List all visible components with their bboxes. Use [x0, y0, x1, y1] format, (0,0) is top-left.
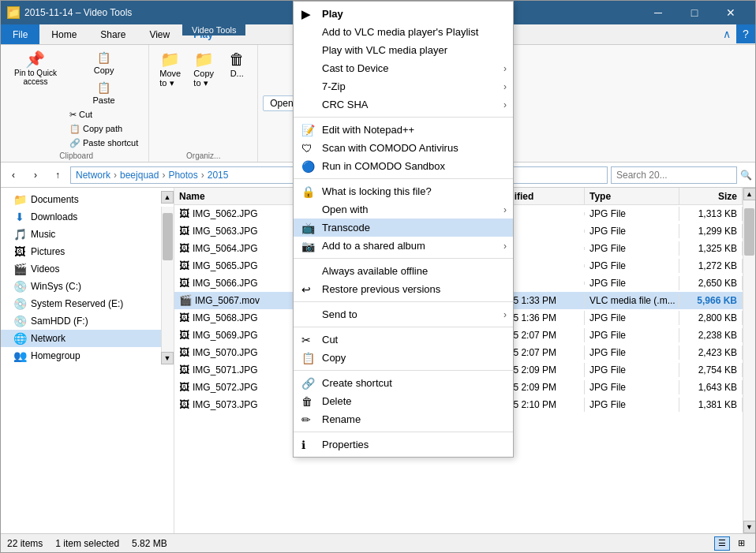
scroll-thumb[interactable] — [744, 208, 754, 256]
sidebar-scroll-up[interactable]: ▲ — [161, 191, 174, 204]
file-size: 2,754 KB — [679, 363, 743, 377]
ribbon-clipboard-group: 📌 Pin to Quickaccess 📋 Copy 📋 Paste ✂ Cu… — [4, 45, 149, 162]
sidebar-item-homegroup[interactable]: 👥 Homegroup — [1, 347, 174, 364]
path-part-beejquad[interactable]: beejquad — [120, 170, 159, 181]
ctx-send-to-arrow: › — [503, 309, 507, 320]
ctx-always-offline[interactable]: Always available offline — [294, 262, 513, 280]
move-to-button[interactable]: 📁 Moveto ▾ — [154, 48, 186, 92]
ctx-delete[interactable]: 🗑 Delete — [294, 392, 513, 410]
sidebar-item-pictures[interactable]: 🖼 Pictures — [1, 243, 174, 260]
maximize-button[interactable]: □ — [676, 1, 713, 24]
ctx-play-vlc[interactable]: Play with VLC media player — [294, 41, 513, 59]
organize-group-label: Organiz... — [186, 150, 220, 160]
ctx-properties[interactable]: ℹ Properties — [294, 435, 513, 454]
ctx-comodo-sandbox[interactable]: 🔵 Run in COMODO Sandbox — [294, 157, 513, 175]
ctx-shortcut-icon: 🔗 — [301, 377, 315, 390]
file-icon: 🖼 — [179, 225, 189, 237]
ctx-notepad[interactable]: 📝 Edit with Notepad++ — [294, 121, 513, 139]
delete-label: D... — [230, 69, 244, 78]
ctx-send-to[interactable]: Send to › — [294, 305, 513, 323]
pin-to-quick-access-button[interactable]: 📌 Pin to Quickaccess — [9, 48, 62, 89]
file-type: JPG File — [585, 398, 679, 412]
ctx-rename[interactable]: ✏ Rename — [294, 410, 513, 428]
video-tools-tab-label: Video Tools — [182, 24, 245, 35]
back-button[interactable]: ‹ — [4, 166, 23, 185]
cut-button[interactable]: ✂ Cut — [64, 108, 144, 121]
sidebar-scrollbar-thumb[interactable] — [163, 213, 173, 260]
ctx-shared-album[interactable]: 📷 Add to a shared album › — [294, 237, 513, 255]
ctx-copy-label: Copy — [322, 352, 497, 364]
ctx-restore-icon: ↩ — [301, 283, 311, 296]
downloads-icon: ⬇ — [13, 211, 26, 223]
ctx-separator-3 — [294, 258, 513, 259]
path-part-2015[interactable]: 2015 — [208, 170, 229, 181]
ribbon-collapse-button[interactable]: ∧ — [717, 24, 736, 43]
delete-button[interactable]: 🗑 D... — [221, 48, 253, 81]
search-input[interactable] — [611, 166, 737, 184]
ctx-play[interactable]: ▶ Play — [294, 5, 513, 23]
ctx-copy-icon: 📋 — [301, 352, 315, 364]
ctx-locking[interactable]: 🔒 What is locking this file? — [294, 182, 513, 200]
paste-button[interactable]: 📋 Paste — [64, 80, 144, 106]
sidebar-item-documents[interactable]: 📁 Documents — [1, 191, 174, 208]
col-header-size[interactable]: Size — [679, 188, 743, 204]
ctx-open-with[interactable]: Open with › — [294, 200, 513, 219]
minimize-button[interactable]: ─ — [640, 1, 676, 24]
sidebar-item-network[interactable]: 🌐 Network — [1, 330, 174, 347]
file-size: 1,381 KB — [679, 398, 743, 412]
paste-shortcut-button[interactable]: 🔗 Paste shortcut — [64, 136, 144, 150]
sidebar-scroll-down[interactable]: ▼ — [161, 352, 174, 364]
sidebar-label-network: Network — [31, 333, 65, 344]
clipboard-group-label: Clipboard — [59, 150, 93, 160]
path-part-photos[interactable]: Photos — [168, 170, 197, 181]
copy-to-button[interactable]: 📁 Copyto ▾ — [188, 48, 219, 92]
paste-label: Paste — [93, 95, 115, 105]
copy-button[interactable]: 📋 Copy — [64, 48, 144, 78]
tab-view[interactable]: View — [137, 24, 182, 44]
ctx-7zip[interactable]: 7-Zip › — [294, 77, 513, 95]
tab-file[interactable]: File — [1, 24, 39, 44]
paste-icon: 📋 — [97, 81, 110, 94]
sidebar-item-videos[interactable]: 🎬 Videos — [1, 260, 174, 278]
sidebar-item-system-reserved[interactable]: 💿 System Reserved (E:) — [1, 295, 174, 312]
ctx-add-playlist[interactable]: Add to VLC media player's Playlist — [294, 23, 513, 41]
sidebar-item-winsys[interactable]: 💿 WinSys (C:) — [1, 278, 174, 295]
ctx-cast[interactable]: Cast to Device › — [294, 59, 513, 77]
up-button[interactable]: ↑ — [48, 166, 67, 185]
file-type: JPG File — [585, 259, 679, 273]
details-view-button[interactable]: ☰ — [714, 536, 730, 551]
ctx-play-label: Play — [322, 8, 497, 20]
ctx-restore-versions[interactable]: ↩ Restore previous versions — [294, 280, 513, 298]
ctx-rename-label: Rename — [322, 413, 497, 425]
col-header-type[interactable]: Type — [585, 188, 679, 204]
scroll-up-button[interactable]: ▲ — [743, 188, 756, 200]
sidebar-item-samhdd[interactable]: 💿 SamHDD (F:) — [1, 312, 174, 330]
ctx-cut-icon: ✂ — [301, 334, 311, 346]
sidebar-item-music[interactable]: 🎵 Music — [1, 226, 174, 243]
ctx-crc-label: CRC SHA — [322, 99, 497, 110]
ctx-create-shortcut[interactable]: 🔗 Create shortcut — [294, 374, 513, 392]
ctx-7zip-arrow: › — [503, 81, 507, 92]
large-icons-view-button[interactable]: ⊞ — [733, 536, 749, 551]
sidebar-item-downloads[interactable]: ⬇ Downloads — [1, 208, 174, 226]
path-part-network[interactable]: Network — [76, 170, 110, 181]
music-icon: 🎵 — [13, 228, 26, 241]
copy-path-button[interactable]: 📋 Copy path — [64, 122, 144, 136]
ctx-transcode[interactable]: 📺 Transcode — [294, 219, 513, 237]
scroll-track[interactable] — [743, 200, 755, 521]
help-button[interactable]: ? — [736, 24, 755, 43]
ctx-cut[interactable]: ✂ Cut — [294, 331, 513, 349]
close-button[interactable]: ✕ — [713, 1, 749, 24]
ribbon-organize-group: 📁 Moveto ▾ 📁 Copyto ▾ 🗑 D... Organiz... — [149, 45, 258, 162]
forward-button[interactable]: › — [26, 166, 45, 185]
ctx-copy[interactable]: 📋 Copy — [294, 349, 513, 367]
tab-home[interactable]: Home — [39, 24, 88, 44]
ctx-crc[interactable]: CRC SHA › — [294, 95, 513, 114]
winsys-icon: 💿 — [13, 280, 26, 293]
tab-share[interactable]: Share — [88, 24, 137, 44]
scroll-down-button[interactable]: ▼ — [743, 521, 756, 533]
file-icon: 🖼 — [179, 242, 189, 254]
ctx-always-offline-label: Always available offline — [322, 265, 497, 277]
sidebar-scroll: ▲ 📁 Documents ⬇ Downloads 🎵 Music 🖼 Pict… — [1, 191, 174, 364]
ctx-comodo-scan[interactable]: 🛡 Scan with COMODO Antivirus — [294, 139, 513, 157]
